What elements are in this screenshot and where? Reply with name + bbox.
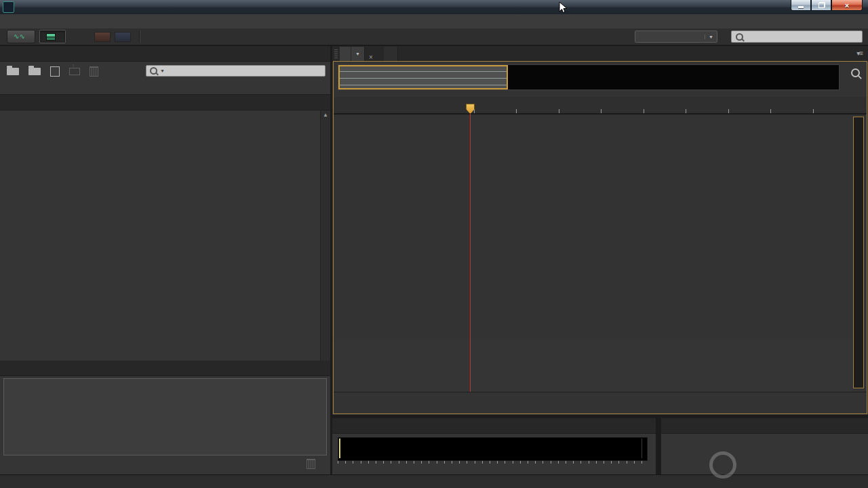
minimize-icon — [798, 6, 804, 8]
chevron-down-icon: ▼ — [705, 35, 717, 39]
waveform-display-icon[interactable] — [115, 32, 131, 42]
vertical-zoom-scrollbar[interactable] — [853, 117, 864, 388]
files-toolbar — [7, 66, 98, 77]
scrollbar-vertical[interactable]: ▲ — [320, 110, 330, 361]
selection-view-tab-bar — [661, 418, 868, 434]
empty-track-area[interactable] — [335, 340, 852, 392]
new-item-icon[interactable] — [50, 66, 60, 77]
levels-panel — [332, 418, 656, 474]
menu-bar — [0, 14, 868, 29]
workspace-dropdown[interactable]: ▼ — [635, 30, 717, 43]
restore-button[interactable] — [811, 0, 831, 11]
multitrack-view-button[interactable] — [39, 30, 66, 43]
window-controls: × — [791, 0, 863, 11]
scroll-up-icon[interactable]: ▲ — [321, 110, 330, 119]
history-list — [3, 378, 327, 455]
history-panel — [0, 361, 330, 474]
help-search-input[interactable] — [731, 30, 863, 43]
search-icon — [150, 67, 157, 75]
minimize-button[interactable] — [791, 0, 811, 11]
level-meter-value — [339, 439, 340, 458]
tab-mixer[interactable] — [384, 47, 398, 61]
level-meter — [338, 437, 648, 461]
restore-icon — [818, 3, 825, 8]
tab-editor[interactable]: ▼ — [340, 47, 365, 61]
app-logo-icon — [3, 1, 14, 13]
selection-view-panel — [661, 418, 868, 474]
chevron-down-icon: ▼ — [160, 68, 165, 73]
files-search-input[interactable]: ▼ — [146, 65, 326, 77]
multitrack-icon — [46, 33, 56, 41]
close-button[interactable]: × — [831, 0, 863, 11]
editor-panel: ▼ × ▾≡ — [332, 46, 868, 415]
title-bar: × — [0, 0, 868, 15]
close-icon: × — [845, 1, 849, 9]
properties-tab-bar — [0, 95, 330, 110]
import-file-icon[interactable] — [28, 68, 41, 75]
files-panel: ▼ — [0, 46, 330, 94]
ruler-ticks — [472, 109, 846, 113]
editor-tab-bar: ▼ × ▾≡ — [332, 46, 868, 62]
toolbar-separator — [139, 30, 140, 43]
search-icon — [736, 33, 743, 41]
mouse-cursor — [559, 1, 568, 14]
panel-grip[interactable] — [334, 49, 338, 58]
main-toolbar: ∿∿ ▼ — [0, 28, 868, 45]
panel-menu-icon[interactable]: ▾≡ — [856, 49, 863, 57]
playhead-line — [470, 113, 471, 392]
trash-icon[interactable] — [90, 66, 98, 77]
open-file-icon[interactable] — [7, 68, 19, 75]
close-tab-icon[interactable]: × — [365, 51, 378, 61]
levels-tab-bar — [332, 418, 656, 434]
files-tab-bar — [0, 46, 330, 62]
status-bar — [0, 474, 868, 488]
history-tab-bar — [0, 361, 330, 376]
meter-ticks — [338, 461, 648, 464]
waveform-icon: ∿∿ — [14, 33, 25, 40]
zoom-navigator-icon[interactable] — [851, 68, 860, 77]
overview-viewport[interactable] — [338, 65, 508, 89]
trash-icon[interactable] — [307, 459, 315, 469]
timeline-overview[interactable] — [338, 64, 840, 90]
level-meter-divider — [642, 439, 642, 458]
editor-toolbar — [334, 97, 867, 115]
spectral-frequency-display-icon[interactable] — [94, 32, 111, 42]
properties-panel: ▲ — [0, 95, 330, 361]
transport-bar — [334, 392, 867, 414]
chevron-down-icon[interactable]: ▼ — [351, 47, 364, 61]
waveform-view-button[interactable]: ∿∿ — [7, 30, 35, 43]
export-icon[interactable] — [69, 68, 80, 75]
